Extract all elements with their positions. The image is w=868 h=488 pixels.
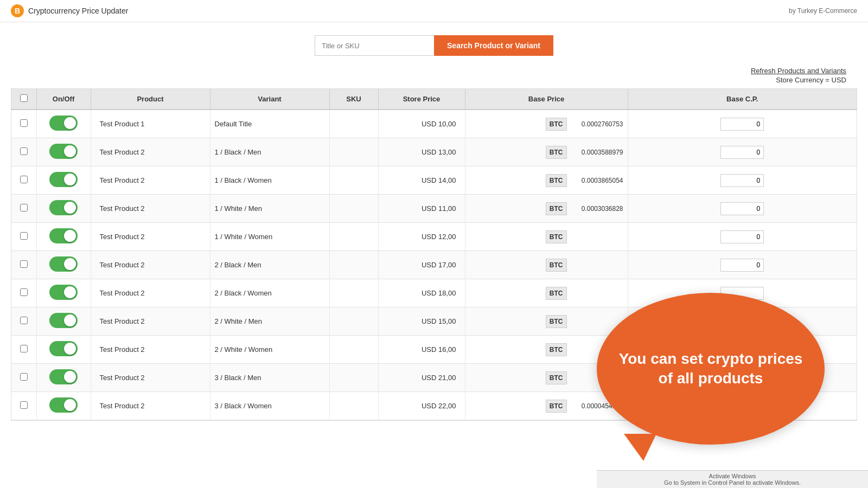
base-price-cell: BTC [465, 307, 628, 336]
product-name: Test Product 2 [91, 223, 210, 251]
base-cp-input[interactable] [720, 118, 764, 131]
toggle-switch[interactable] [49, 369, 78, 384]
toggle-knob [64, 399, 76, 411]
base-price-cell: BTC [465, 223, 628, 251]
row-checkbox-cell [11, 223, 36, 251]
store-price: USD 18,00 [378, 279, 465, 307]
base-cp-input[interactable] [720, 202, 764, 215]
toggle-switch[interactable] [49, 144, 78, 159]
row-checkbox-cell [11, 251, 36, 279]
sku-cell [329, 138, 378, 166]
store-price: USD 10,00 [378, 110, 465, 138]
toggle-knob [64, 230, 76, 242]
row-checkbox[interactable] [20, 119, 28, 127]
variant-name: 1 / Black / Men [210, 138, 329, 166]
refresh-link[interactable]: Refresh Products and Variants [751, 67, 846, 75]
sku-cell [329, 336, 378, 364]
base-cp-input[interactable] [720, 259, 764, 272]
row-toggle-cell [36, 166, 91, 195]
search-input[interactable] [315, 35, 434, 56]
toggle-switch[interactable] [49, 200, 78, 215]
header-variant: Variant [210, 89, 329, 110]
base-currency-label: BTC [546, 343, 567, 356]
base-currency-label: BTC [546, 259, 567, 272]
product-name: Test Product 1 [91, 110, 210, 138]
row-checkbox-cell [11, 307, 36, 336]
base-cp-input[interactable] [720, 174, 764, 187]
header-base-cp: Base C.P. [628, 89, 857, 110]
toggle-switch[interactable] [49, 256, 78, 272]
store-price: USD 14,00 [378, 166, 465, 195]
search-button[interactable]: Search Product or Variant [434, 35, 553, 56]
header-byline: by Turkey E-Commerce [789, 7, 857, 15]
table-row: Test Product 1Default TitleUSD 10,00 BTC… [11, 110, 857, 138]
variant-name: 1 / White / Men [210, 195, 329, 223]
row-checkbox-cell [11, 364, 36, 392]
toggle-switch[interactable] [49, 172, 78, 187]
header-base-price: Base Price [465, 89, 628, 110]
store-price: USD 12,00 [378, 223, 465, 251]
toggle-knob [64, 314, 76, 326]
base-currency-label: BTC [546, 400, 567, 413]
variant-name: 2 / Black / Men [210, 251, 329, 279]
toggle-switch[interactable] [49, 397, 78, 413]
store-price: USD 13,00 [378, 138, 465, 166]
row-checkbox-cell [11, 138, 36, 166]
row-checkbox[interactable] [20, 232, 28, 240]
select-all-checkbox[interactable] [20, 94, 28, 102]
base-cp-cell [628, 195, 857, 223]
row-checkbox[interactable] [20, 288, 28, 296]
sku-cell [329, 195, 378, 223]
store-price: USD 15,00 [378, 307, 465, 336]
base-price-cell: BTC 0.0003036828 [465, 195, 628, 223]
product-name: Test Product 2 [91, 166, 210, 195]
base-price-cell: BTC 0.0000454136 [465, 392, 628, 420]
base-currency-value: 0.0003036828 [569, 205, 623, 213]
row-checkbox[interactable] [20, 401, 28, 409]
toggle-switch[interactable] [49, 285, 78, 300]
row-checkbox[interactable] [20, 260, 28, 268]
header-store-price: Store Price [378, 89, 465, 110]
table-row: Test Product 21 / Black / MenUSD 13,00 B… [11, 138, 857, 166]
product-name: Test Product 2 [91, 336, 210, 364]
variant-name: 1 / Black / Women [210, 166, 329, 195]
base-cp-cell [628, 138, 857, 166]
sku-cell [329, 110, 378, 138]
product-name: Test Product 2 [91, 279, 210, 307]
base-currency-label: BTC [546, 174, 567, 187]
row-checkbox[interactable] [20, 147, 28, 155]
row-checkbox-cell [11, 336, 36, 364]
row-toggle-cell [36, 223, 91, 251]
base-currency-value: 0.0002760753 [569, 120, 623, 128]
row-checkbox-cell [11, 110, 36, 138]
header-checkbox-col [11, 89, 36, 110]
variant-name: Default Title [210, 110, 329, 138]
sku-cell [329, 223, 378, 251]
toggle-switch[interactable] [49, 228, 78, 243]
product-name: Test Product 2 [91, 138, 210, 166]
store-price: USD 21,00 [378, 364, 465, 392]
row-checkbox[interactable] [20, 373, 28, 381]
base-cp-input[interactable] [720, 230, 764, 243]
activate-line1: Activate Windows [603, 473, 861, 479]
variant-name: 2 / Black / Women [210, 279, 329, 307]
variant-name: 3 / Black / Women [210, 392, 329, 420]
row-checkbox[interactable] [20, 176, 28, 183]
row-checkbox[interactable] [20, 345, 28, 352]
base-price-cell: BTC 0.0003588979 [465, 138, 628, 166]
variant-name: 1 / White / Women [210, 223, 329, 251]
activate-line2: Go to System in Control Panel to activat… [603, 479, 861, 486]
app-header: B Cryptocurrency Price Updater by Turkey… [0, 0, 868, 22]
row-checkbox[interactable] [20, 204, 28, 211]
product-name: Test Product 2 [91, 195, 210, 223]
toggle-switch[interactable] [49, 341, 78, 356]
base-cp-input[interactable] [720, 146, 764, 159]
tooltip-text: You can set crypto prices of all product… [618, 349, 803, 389]
row-toggle-cell [36, 138, 91, 166]
row-toggle-cell [36, 195, 91, 223]
toggle-switch[interactable] [49, 313, 78, 328]
search-area: Search Product or Variant [0, 22, 868, 65]
row-checkbox[interactable] [20, 317, 28, 324]
store-price: USD 22,00 [378, 392, 465, 420]
toggle-switch[interactable] [49, 115, 78, 131]
